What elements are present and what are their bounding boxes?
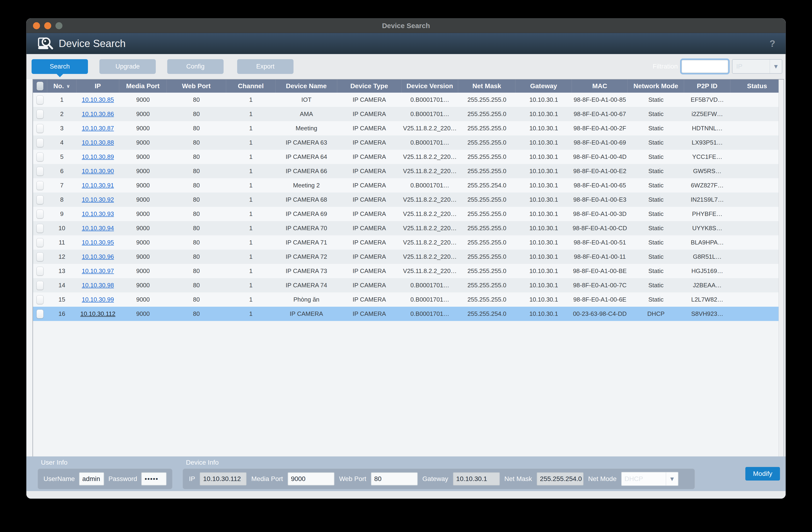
net-mask-field[interactable]: 255.255.254.0: [537, 472, 583, 486]
row-checkbox[interactable]: [37, 295, 43, 304]
chevron-down-icon[interactable]: ▼: [770, 60, 782, 73]
row-checkbox[interactable]: [37, 267, 43, 276]
table-row[interactable]: 910.10.30.939000801IP CAMERA 69IP CAMERA…: [33, 207, 784, 221]
select-all-checkbox[interactable]: [37, 82, 43, 90]
cell-ip[interactable]: 10.10.30.97: [76, 264, 119, 278]
table-row[interactable]: 210.10.30.869000801AMAIP CAMERA0.B000170…: [33, 107, 784, 121]
cell-ip[interactable]: 10.10.30.87: [76, 121, 119, 135]
device-ip-link[interactable]: 10.10.30.88: [82, 139, 114, 146]
modify-button[interactable]: Modify: [745, 467, 780, 480]
cell-ip[interactable]: 10.10.30.86: [76, 107, 119, 121]
row-checkbox[interactable]: [37, 138, 43, 147]
column-header-net_mask[interactable]: Net Mask: [458, 80, 516, 92]
cell-ip[interactable]: 10.10.30.98: [76, 278, 119, 292]
table-row[interactable]: 1510.10.30.999000801Phòng ănIP CAMERA0.B…: [33, 292, 784, 307]
vertical-scrollbar[interactable]: [779, 80, 784, 457]
row-checkbox[interactable]: [37, 238, 43, 247]
column-header-channel[interactable]: Channel: [226, 80, 276, 92]
table-row[interactable]: 710.10.30.919000801Meeting 2IP CAMERA0.B…: [33, 178, 784, 192]
help-icon[interactable]: ?: [770, 38, 775, 49]
cell-ip[interactable]: 10.10.30.89: [76, 150, 119, 164]
column-header-name[interactable]: Device Name: [276, 80, 337, 92]
table-row[interactable]: 110.10.30.859000801IOTIP CAMERA0.B000170…: [33, 92, 784, 107]
device-ip-link[interactable]: 10.10.30.90: [82, 168, 114, 175]
media-port-field[interactable]: 9000: [288, 472, 334, 486]
device-ip-link[interactable]: 10.10.30.89: [82, 153, 114, 160]
table-row[interactable]: 1110.10.30.959000801IP CAMERA 71IP CAMER…: [33, 235, 784, 250]
column-header-gateway[interactable]: Gateway: [516, 80, 572, 92]
gateway-field[interactable]: 10.10.30.1: [453, 472, 500, 486]
net-mode-dropdown[interactable]: DHCP ▼: [621, 472, 679, 486]
row-checkbox[interactable]: [37, 310, 43, 318]
cell-ip[interactable]: 10.10.30.94: [76, 221, 119, 235]
cell-channel: 1: [226, 235, 276, 250]
device-ip-link[interactable]: 10.10.30.86: [82, 111, 114, 118]
table-row[interactable]: 310.10.30.879000801MeetingIP CAMERAV25.1…: [33, 121, 784, 135]
column-header-status[interactable]: Status: [730, 80, 784, 92]
table-row[interactable]: 810.10.30.929000801IP CAMERA 68IP CAMERA…: [33, 192, 784, 207]
column-header-net_mode[interactable]: Network Mode: [628, 80, 684, 92]
column-header-ip[interactable]: IP: [76, 80, 119, 92]
device-ip-link[interactable]: 10.10.30.95: [82, 239, 114, 246]
row-checkbox[interactable]: [37, 124, 43, 133]
device-ip-link[interactable]: 10.10.30.92: [82, 196, 114, 203]
cell-ip[interactable]: 10.10.30.112: [76, 307, 119, 321]
row-checkbox[interactable]: [37, 153, 43, 161]
cell-ip[interactable]: 10.10.30.96: [76, 250, 119, 264]
device-ip-link[interactable]: 10.10.30.85: [82, 96, 114, 103]
device-ip-link[interactable]: 10.10.30.93: [82, 210, 114, 218]
password-field[interactable]: •••••: [141, 472, 166, 486]
row-checkbox[interactable]: [37, 96, 43, 104]
cell-ip[interactable]: 10.10.30.92: [76, 192, 119, 207]
column-header-type[interactable]: Device Type: [337, 80, 402, 92]
search-button[interactable]: Search: [32, 59, 88, 74]
device-ip-link[interactable]: 10.10.30.96: [82, 253, 114, 260]
cell-ip[interactable]: 10.10.30.85: [76, 92, 119, 107]
cell-mac: 98-8F-E0-A1-00-69: [572, 135, 628, 150]
column-header-media_port[interactable]: Media Port: [119, 80, 167, 92]
row-checkbox[interactable]: [37, 253, 43, 261]
cell-ip[interactable]: 10.10.30.93: [76, 207, 119, 221]
table-row[interactable]: 610.10.30.909000801IP CAMERA 66IP CAMERA…: [33, 164, 784, 178]
row-checkbox[interactable]: [37, 110, 43, 119]
cell-ip[interactable]: 10.10.30.95: [76, 235, 119, 250]
username-field[interactable]: admin: [79, 472, 104, 486]
device-ip-link[interactable]: 10.10.30.112: [80, 310, 115, 317]
device-ip-link[interactable]: 10.10.30.94: [82, 225, 114, 232]
column-header-p2p_id[interactable]: P2P ID: [684, 80, 730, 92]
table-row[interactable]: 1010.10.30.949000801IP CAMERA 70IP CAMER…: [33, 221, 784, 235]
chevron-down-icon[interactable]: ▼: [666, 472, 678, 486]
table-row[interactable]: 1310.10.30.979000801IP CAMERA 73IP CAMER…: [33, 264, 784, 278]
device-ip-link[interactable]: 10.10.30.97: [82, 268, 114, 275]
row-checkbox[interactable]: [37, 281, 43, 290]
column-header-mac[interactable]: MAC: [572, 80, 628, 92]
device-ip-link[interactable]: 10.10.30.87: [82, 125, 114, 132]
cell-ip[interactable]: 10.10.30.99: [76, 292, 119, 307]
column-header-no[interactable]: No.∨: [47, 80, 76, 92]
cell-ip[interactable]: 10.10.30.90: [76, 164, 119, 178]
export-button[interactable]: Export: [237, 59, 293, 74]
row-checkbox[interactable]: [37, 210, 43, 218]
device-ip-link[interactable]: 10.10.30.99: [82, 296, 114, 303]
table-row[interactable]: 410.10.30.889000801IP CAMERA 63IP CAMERA…: [33, 135, 784, 150]
cell-ip[interactable]: 10.10.30.88: [76, 135, 119, 150]
table-row[interactable]: 1210.10.30.969000801IP CAMERA 72IP CAMER…: [33, 250, 784, 264]
row-checkbox[interactable]: [37, 181, 43, 190]
filter-type-dropdown[interactable]: IP ▼: [732, 59, 782, 74]
cell-ip[interactable]: 10.10.30.91: [76, 178, 119, 192]
column-header-web_port[interactable]: Web Port: [167, 80, 226, 92]
row-checkbox[interactable]: [37, 195, 43, 204]
config-button[interactable]: Config: [167, 59, 223, 74]
filtration-input[interactable]: [681, 60, 728, 73]
table-row[interactable]: 510.10.30.899000801IP CAMERA 64IP CAMERA…: [33, 150, 784, 164]
device-ip-link[interactable]: 10.10.30.98: [82, 282, 114, 289]
row-checkbox[interactable]: [37, 167, 43, 176]
web-port-field[interactable]: 80: [371, 472, 418, 486]
device-ip-link[interactable]: 10.10.30.91: [82, 182, 114, 189]
row-checkbox[interactable]: [37, 224, 43, 233]
table-row[interactable]: 1610.10.30.1129000801IP CAMERAIP CAMERA0…: [33, 307, 784, 321]
table-row[interactable]: 1410.10.30.989000801IP CAMERA 74IP CAMER…: [33, 278, 784, 292]
upgrade-button[interactable]: Upgrade: [99, 59, 156, 74]
ip-field[interactable]: 10.10.30.112: [200, 472, 246, 486]
column-header-version[interactable]: Device Version: [402, 80, 459, 92]
